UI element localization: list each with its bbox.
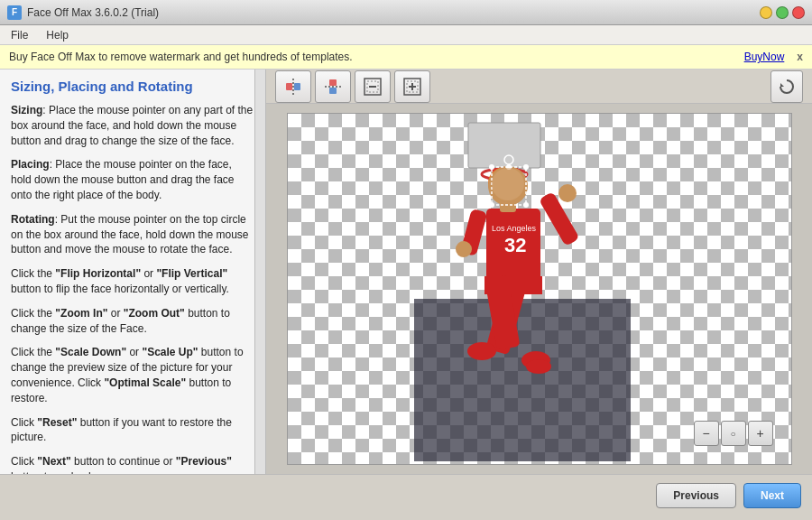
zoom-controls: − ○ + xyxy=(694,421,773,446)
close-button[interactable] xyxy=(792,6,805,19)
svg-point-40 xyxy=(523,164,529,170)
titlebar: F Face Off Max 3.6.0.2 (Trial) xyxy=(0,0,812,25)
svg-point-39 xyxy=(489,164,494,170)
titlebar-left: F Face Off Max 3.6.0.2 (Trial) xyxy=(7,5,159,20)
right-area: 32 Los Angeles xyxy=(266,70,812,474)
zoom-in-icon: + xyxy=(756,426,763,441)
svg-point-29 xyxy=(456,241,472,257)
zoom-in-label: "Zoom In" xyxy=(55,307,107,320)
reset-icon xyxy=(778,78,796,96)
svg-point-27 xyxy=(558,184,577,202)
svg-text:Los Angeles: Los Angeles xyxy=(492,224,537,233)
placing-bold: Placing xyxy=(11,158,50,171)
next-text-label: "Next" xyxy=(37,455,70,468)
rotating-bold: Rotating xyxy=(11,213,55,226)
flip-v-label: "Flip Vertical" xyxy=(156,267,227,280)
minimize-button[interactable] xyxy=(760,6,772,19)
menu-help[interactable]: Help xyxy=(42,27,72,43)
scale-up-label: "Scale Up" xyxy=(142,346,198,358)
menubar: File Help xyxy=(0,25,812,45)
flip-h-label: "Flip Horizontal" xyxy=(55,267,141,280)
scale-down-icon xyxy=(363,77,383,97)
preview-canvas[interactable]: 32 Los Angeles xyxy=(287,113,792,465)
rotating-text: Rotating: Put the mouse pointer on the t… xyxy=(11,212,254,257)
svg-point-42 xyxy=(523,202,529,208)
banner-close[interactable]: x xyxy=(797,51,803,63)
scale-down-button[interactable] xyxy=(355,70,391,103)
scale-up-icon xyxy=(402,77,422,97)
reset-label-text: "Reset" xyxy=(37,416,77,429)
menu-file[interactable]: File xyxy=(7,27,32,43)
buynow-link[interactable]: BuyNow xyxy=(744,51,785,63)
zoom-fit-icon: ○ xyxy=(730,429,735,439)
scale-down-label: "Scale Down" xyxy=(55,346,126,358)
toolbar xyxy=(266,70,812,104)
maximize-button[interactable] xyxy=(776,6,789,19)
reset-text: Click "Reset" button if you want to rest… xyxy=(11,415,254,446)
flip-text: Click the "Flip Horizontal" or "Flip Ver… xyxy=(11,266,254,297)
banner-text: Buy Face Off Max to remove watermark and… xyxy=(9,51,353,63)
optimal-label: "Optimal Scale" xyxy=(104,376,186,389)
zoom-out-label: "Zoom Out" xyxy=(124,307,185,320)
zoom-in-button[interactable]: + xyxy=(748,421,773,446)
next-button[interactable]: Next xyxy=(743,483,801,508)
svg-point-35 xyxy=(467,342,496,360)
nav-text: Click "Next" button to continue or "Prev… xyxy=(11,454,254,474)
zoom-out-button[interactable]: − xyxy=(694,421,719,446)
zoom-fit-button[interactable]: ○ xyxy=(721,421,746,446)
bottom-bar: Previous Next xyxy=(0,474,812,515)
previous-button[interactable]: Previous xyxy=(656,483,736,508)
main-layout: Sizing, Placing and Rotating Sizing: Pla… xyxy=(0,70,812,474)
app-title: Face Off Max 3.6.0.2 (Trial) xyxy=(27,6,159,19)
toolbar-right xyxy=(770,70,803,103)
svg-rect-32 xyxy=(484,276,542,294)
reset-button[interactable] xyxy=(770,70,803,103)
window-controls xyxy=(760,6,805,19)
panel-heading: Sizing, Placing and Rotating xyxy=(11,79,254,94)
canvas-area[interactable]: 32 Los Angeles xyxy=(266,104,812,474)
scale-text: Click the "Scale Down" or "Scale Up" but… xyxy=(11,345,254,405)
left-panel: Sizing, Placing and Rotating Sizing: Pla… xyxy=(0,70,266,474)
flip-v-icon xyxy=(323,77,343,97)
zoom-out-icon: − xyxy=(702,426,709,441)
player-image: 32 Los Angeles xyxy=(414,118,631,461)
svg-marker-17 xyxy=(780,83,784,87)
placing-text: Placing: Place the mouse pointer on the … xyxy=(11,157,254,202)
sizing-bold: Sizing xyxy=(11,104,42,116)
flip-horizontal-button[interactable] xyxy=(275,70,311,103)
flip-vertical-button[interactable] xyxy=(315,70,351,103)
svg-text:32: 32 xyxy=(504,234,526,256)
sizing-text: Sizing: Place the mouse pointer on any p… xyxy=(11,103,254,148)
svg-point-41 xyxy=(489,202,494,208)
scrollbar[interactable] xyxy=(254,70,265,474)
svg-point-34 xyxy=(526,359,551,374)
svg-point-46 xyxy=(492,168,524,200)
prev-text-label: "Previous" xyxy=(176,455,232,468)
app-icon: F xyxy=(7,5,22,20)
info-banner: Buy Face Off Max to remove watermark and… xyxy=(0,45,812,70)
svg-rect-18 xyxy=(414,299,631,461)
flip-h-icon xyxy=(283,77,303,97)
scale-up-button[interactable] xyxy=(394,70,430,103)
zoom-text: Click the "Zoom In" or "Zoom Out" button… xyxy=(11,306,254,337)
